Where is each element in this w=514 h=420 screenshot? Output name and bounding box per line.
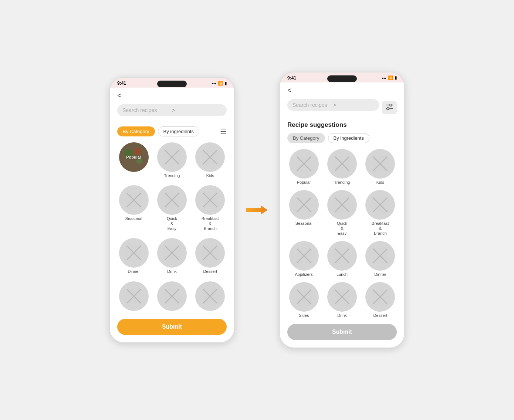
left-category-popular[interactable]: Popular (117, 142, 150, 180)
left-circle-empty-1 (119, 281, 149, 311)
left-submit-button[interactable]: Submit (117, 319, 227, 335)
right-filter-icon-button[interactable] (382, 101, 397, 114)
right-category-dinner[interactable]: Dinner (364, 241, 397, 277)
right-notch (327, 75, 357, 82)
left-category-empty-2 (155, 281, 188, 313)
left-category-breakfast-branch[interactable]: Breakfast&Branch (194, 185, 227, 233)
right-category-quick-easy[interactable]: Quick&Easy (325, 190, 358, 236)
left-circle-popular: Popular (119, 142, 149, 172)
right-label-appitizers: Appitizers (295, 272, 313, 277)
left-filter-lines-icon[interactable]: ☰ (220, 127, 227, 136)
left-category-quick-easy[interactable]: Quick&Easy (155, 185, 188, 233)
left-label-drink: Drink (167, 269, 177, 274)
right-category-popular[interactable]: Popular (287, 149, 320, 185)
left-category-dessert[interactable]: Dessert (194, 238, 227, 276)
right-xmark-breakfast-branch (365, 190, 395, 220)
right-category-trending[interactable]: Trending (325, 149, 358, 185)
right-xmark-seasonal (289, 190, 319, 220)
left-xmark-drink (157, 238, 187, 268)
left-circle-quick-easy (157, 185, 187, 215)
right-xmark-popular (289, 149, 319, 179)
right-xmark-drink (327, 282, 357, 312)
right-battery-icon: ▮ (395, 75, 397, 80)
right-back-button[interactable]: < (287, 86, 397, 95)
left-xmark-empty-3 (195, 281, 225, 311)
right-xmark-trending (327, 149, 357, 179)
left-status-bar: 9:41 ▪▪▪ 📶 ▮ (110, 78, 234, 88)
right-category-breakfast-branch[interactable]: Breakfast&Branch (364, 190, 397, 236)
left-notch (157, 81, 187, 87)
left-phone: 9:41 ▪▪▪ 📶 ▮ < Search recipes > By Categ… (109, 77, 235, 343)
right-label-sides: Sides (299, 313, 309, 318)
right-sliders-icon (386, 104, 393, 110)
right-label-lunch: Lunch (337, 272, 348, 277)
right-circle-dinner (365, 241, 395, 271)
left-search-bar[interactable]: Search recipes > (117, 104, 227, 116)
right-circle-sides (289, 282, 319, 312)
right-status-bar: 9:41 ▪▪▪ 📶 ▮ (280, 72, 404, 82)
right-submit-button[interactable]: Submit (287, 324, 397, 340)
left-category-trending[interactable]: Trending (155, 142, 188, 180)
left-search-chevron: > (172, 107, 222, 113)
right-xmark-sides (289, 282, 319, 312)
left-back-button[interactable]: < (117, 91, 227, 100)
left-label-trending: Trending (164, 173, 180, 178)
left-circle-empty-2 (157, 281, 187, 311)
left-xmark-trending (157, 142, 187, 172)
right-tab-by-category[interactable]: By Category (287, 133, 325, 143)
right-label-trending: Trending (334, 180, 350, 185)
left-tab-by-category[interactable]: By Category (117, 126, 155, 136)
right-category-kids[interactable]: Kids (364, 149, 397, 185)
right-category-drink[interactable]: Drink (325, 282, 358, 318)
left-label-dinner: Dinner (128, 269, 139, 274)
left-circle-trending (157, 142, 187, 172)
right-tab-by-ingredients[interactable]: By ingredients (328, 133, 369, 143)
right-category-sides[interactable]: Sides (287, 282, 320, 318)
left-label-seasonal: Seasonal (125, 216, 142, 221)
right-xmark-dinner (365, 241, 395, 271)
left-phone-content: < Search recipes > By Category By ingred… (110, 88, 234, 342)
right-label-seasonal: Seasonal (295, 221, 312, 226)
left-status-icons: ▪▪▪ 📶 ▮ (212, 81, 227, 86)
left-category-seasonal[interactable]: Seasonal (117, 185, 150, 233)
left-category-dinner[interactable]: Dinner (117, 238, 150, 276)
right-search-row: Search recipes > (287, 99, 397, 116)
right-phone-content: < Search recipes > Recipe suggesti (280, 82, 404, 348)
right-label-breakfast-branch: Breakfast&Branch (372, 221, 389, 236)
right-search-chevron: > (333, 102, 374, 108)
right-label-kids: Kids (376, 180, 384, 185)
right-status-icons: ▪▪▪ 📶 ▮ (382, 75, 397, 80)
left-xmark-dinner (119, 238, 149, 268)
left-category-drink[interactable]: Drink (155, 238, 188, 276)
right-category-dessert[interactable]: Dessert (364, 282, 397, 318)
left-xmark-dessert (195, 238, 225, 268)
right-signal-icon: ▪▪▪ (382, 76, 386, 80)
left-tab-by-ingredients[interactable]: By ingredients (158, 126, 199, 136)
right-category-seasonal[interactable]: Seasonal (287, 190, 320, 236)
right-circle-lunch (327, 241, 357, 271)
left-filter-tabs: By Category By ingredients ☰ (117, 126, 227, 136)
right-circle-dessert (365, 282, 395, 312)
left-label-kids: Kids (206, 173, 214, 178)
right-label-quick-easy: Quick&Easy (337, 221, 347, 236)
left-xmark-empty-1 (119, 281, 149, 311)
left-category-empty-1 (117, 281, 150, 313)
right-search-placeholder: Search recipes (292, 102, 333, 108)
right-search-bar[interactable]: Search recipes > (287, 99, 379, 111)
left-category-kids[interactable]: Kids (194, 142, 227, 180)
svg-marker-27 (246, 206, 268, 214)
right-category-appitizers[interactable]: Appitizers (287, 241, 320, 277)
arrow-icon (246, 203, 268, 217)
left-category-empty-3 (194, 281, 227, 313)
right-xmark-appitizers (289, 241, 319, 271)
left-time: 9:41 (117, 81, 126, 86)
right-circle-breakfast-branch (365, 190, 395, 220)
left-search-row: Search recipes > (117, 104, 227, 121)
right-label-drink: Drink (337, 313, 347, 318)
right-category-lunch[interactable]: Lunch (325, 241, 358, 277)
right-time: 9:41 (287, 75, 296, 81)
left-label-dessert: Dessert (203, 269, 217, 274)
left-label-breakfast-branch: Breakfast&Branch (202, 216, 219, 231)
left-label-quick-easy: Quick&Easy (167, 216, 177, 231)
right-label-popular: Popular (297, 180, 311, 185)
